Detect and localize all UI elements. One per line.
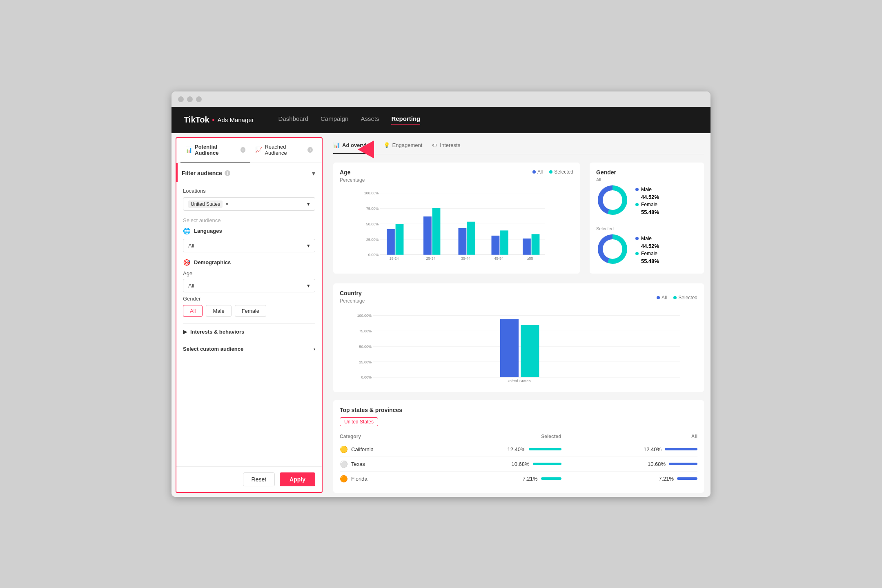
panel-footer: Reset Apply	[176, 466, 322, 492]
female-label-all: Female	[641, 202, 657, 207]
demographics-label: Demographics	[194, 259, 231, 265]
age-chart-title: Age	[340, 169, 365, 176]
legend-all-dot	[532, 170, 536, 174]
country-chart-container: Country Percentage All Selected	[333, 283, 704, 392]
engagement-icon: 💡	[383, 142, 390, 148]
gender-chart-title: Gender	[596, 169, 697, 176]
bar-18-24-selected	[396, 224, 404, 255]
svg-text:25-34: 25-34	[426, 256, 435, 261]
nav-campaign[interactable]: Campaign	[321, 115, 348, 125]
country-chart-header: Country Percentage All Selected	[340, 290, 697, 309]
bar-55plus-selected	[532, 234, 540, 254]
gender-chart-container: Gender All	[590, 163, 704, 274]
states-title: Top states & provinces	[340, 407, 697, 413]
logo-tiktok: TikTok	[184, 115, 209, 125]
donut-all-chart	[596, 184, 629, 218]
tab-interests[interactable]: 🏷 Interests	[432, 137, 460, 154]
age-chart-container: Age Percentage All Selected	[333, 163, 580, 274]
california-all-pct: 12.40%	[644, 446, 662, 452]
location-chevron-icon: ▾	[307, 201, 310, 207]
bar-45-54-all	[492, 236, 500, 255]
audience-tabs: 📊 Ad overview 💡 Engagement 🏷 Interests	[333, 137, 704, 154]
female-pct-selected: 55.48%	[641, 258, 659, 264]
age-label: Age	[183, 270, 315, 276]
california-all-bar	[665, 448, 697, 450]
logo-ads-manager: Ads Manager	[217, 116, 254, 123]
california-selected-cell: 12.40%	[425, 442, 561, 457]
svg-text:45-54: 45-54	[494, 256, 503, 261]
texas-all-pct: 10.68%	[648, 461, 666, 467]
svg-text:0.00%: 0.00%	[361, 375, 372, 379]
ad-overview-icon: 📊	[333, 142, 340, 148]
languages-dropdown[interactable]: All ▾	[183, 239, 315, 252]
svg-text:18-24: 18-24	[389, 256, 399, 261]
browser-dot-green	[196, 96, 202, 102]
nav-dashboard[interactable]: Dashboard	[278, 115, 308, 125]
tab-engagement[interactable]: 💡 Engagement	[383, 137, 423, 154]
filter-title: Filter audience i	[182, 170, 230, 176]
tab-reached-audience[interactable]: 📈 Reached Audience i	[250, 138, 318, 163]
state-texas: ⚪ Texas	[340, 457, 425, 471]
panel-body: Filter audience i ▾ Locations United Sta…	[176, 163, 322, 466]
potential-audience-label: Potential Audience	[195, 144, 238, 156]
california-all-cell: 12.40%	[561, 442, 697, 457]
right-panel: 📊 Ad overview 💡 Engagement 🏷 Interests	[327, 133, 710, 497]
custom-audience-section[interactable]: Select custom audience ›	[183, 340, 315, 358]
browser-chrome	[172, 91, 710, 107]
nav-assets[interactable]: Assets	[361, 115, 379, 125]
svg-text:100.00%: 100.00%	[364, 191, 379, 195]
gender-btn-male[interactable]: Male	[206, 305, 231, 317]
engagement-label: Engagement	[392, 142, 423, 148]
browser-window: TikTok · Ads Manager Dashboard Campaign …	[172, 91, 710, 497]
svg-text:75.00%: 75.00%	[359, 329, 372, 333]
country-bar-all	[500, 319, 519, 377]
interests-label: Interests & behaviors	[190, 329, 244, 335]
interests-tab-icon: 🏷	[432, 142, 437, 148]
reached-audience-label: Reached Audience	[265, 144, 305, 156]
donut-selected-male: Male	[635, 236, 659, 241]
texas-selected-cell: 10.68%	[425, 457, 561, 471]
reset-button[interactable]: Reset	[243, 472, 275, 486]
languages-icon: 🌐	[183, 227, 191, 235]
age-value: All	[188, 283, 194, 289]
filter-info-icon: i	[225, 170, 230, 176]
filter-label: Filter audience	[182, 170, 222, 176]
languages-value: All	[188, 243, 194, 249]
interests-section[interactable]: ▶ Interests & behaviors	[183, 323, 315, 340]
florida-selected-bar	[541, 477, 561, 480]
table-row: 🟡 California 12.40%	[340, 442, 697, 457]
tab-potential-audience[interactable]: 📊 Potential Audience i	[180, 138, 250, 163]
languages-label: Languages	[194, 228, 222, 234]
donut-selected-chart	[596, 233, 629, 267]
florida-flag: 🟠	[340, 475, 348, 483]
country-bar-selected	[521, 325, 539, 377]
main-content: 📊 Potential Audience i 📈 Reached Audienc…	[172, 133, 710, 497]
california-selected-pct: 12.40%	[508, 446, 526, 452]
location-select[interactable]: United States × ▾	[183, 197, 315, 211]
gender-label: Gender	[183, 296, 315, 302]
donut-selected-label: Selected	[596, 226, 697, 231]
country-legend-selected: Selected	[673, 295, 697, 301]
florida-all-bar	[677, 477, 697, 480]
nav-reporting[interactable]: Reporting	[391, 115, 420, 125]
bar-45-54-selected	[500, 230, 508, 254]
interests-tab-label: Interests	[440, 142, 460, 148]
location-value: United States ×	[188, 201, 229, 207]
florida-selected-pct: 7.21%	[523, 476, 538, 482]
apply-button[interactable]: Apply	[280, 472, 315, 486]
legend-selected: Selected	[549, 169, 573, 175]
gender-btn-female[interactable]: Female	[235, 305, 266, 317]
texas-all-bar	[669, 463, 697, 465]
florida-all-pct: 7.21%	[659, 476, 674, 482]
logo-dot: ·	[212, 114, 215, 126]
country-chart-title: Country	[340, 290, 365, 296]
svg-text:50.00%: 50.00%	[359, 344, 372, 348]
legend-all-label: All	[537, 169, 543, 175]
filter-chevron-icon[interactable]: ▾	[312, 169, 315, 177]
age-bar-chart-svg: 100.00% 75.00% 50.00% 25.00% 0.00%	[340, 188, 573, 261]
languages-section: 🌐 Languages All ▾	[183, 227, 315, 252]
svg-text:50.00%: 50.00%	[366, 222, 379, 226]
age-dropdown[interactable]: All ▾	[183, 279, 315, 292]
gender-btn-all[interactable]: All	[183, 305, 203, 317]
donut-all-stats: Male 44.52% Female 55.48%	[635, 187, 659, 215]
